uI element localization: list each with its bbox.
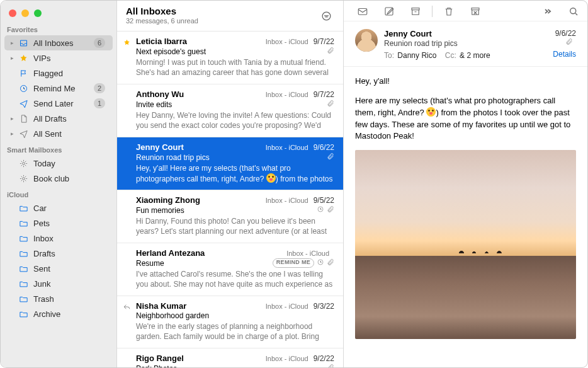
message-paragraph: Hey, y'all! <box>355 76 576 88</box>
more-button[interactable] <box>541 6 553 17</box>
sidebar-item-car[interactable]: ▸Car <box>4 200 113 216</box>
sidebar-item-remind-me[interactable]: ▸Remind Me2 <box>4 81 113 96</box>
archive-button[interactable] <box>409 6 422 17</box>
junk-button[interactable] <box>469 6 482 17</box>
sidebar-item-junk[interactable]: ▸Junk <box>4 276 113 291</box>
doc-icon <box>18 114 29 124</box>
chevron-right-icon: ▸ <box>11 55 17 61</box>
folder-icon <box>18 294 29 304</box>
attachment-icon <box>327 152 334 162</box>
folder-icon <box>18 264 29 273</box>
chevron-right-icon: ▸ <box>11 130 17 137</box>
sidebar-item-all-sent[interactable]: ▸All Sent <box>4 126 113 141</box>
message-source: Inbox - iCloud <box>266 38 308 45</box>
sender-avatar <box>355 29 378 52</box>
minimize-window-button[interactable] <box>21 9 29 17</box>
filter-button[interactable] <box>318 8 334 24</box>
message-list[interactable]: Leticia IbarraInbox - iCloud9/7/22Next e… <box>117 32 343 367</box>
sidebar-item-archive[interactable]: ▸Archive <box>4 306 113 321</box>
attachment-icon <box>327 47 334 56</box>
sidebar-item-label: Trash <box>33 294 105 304</box>
sidebar-item-label: Book club <box>33 174 105 183</box>
compose-button[interactable] <box>383 6 395 17</box>
message-subject: Invite edits <box>136 100 327 109</box>
message-date: 9/2/22 <box>314 354 334 363</box>
message-item[interactable]: Leticia IbarraInbox - iCloud9/7/22Next e… <box>117 32 343 84</box>
attached-photo[interactable] <box>355 150 576 339</box>
reader-header: Jenny Court Reunion road trip pics To: D… <box>344 21 587 67</box>
message-item[interactable]: Anthony WuInbox - iCloud9/7/22Invite edi… <box>117 84 343 137</box>
message-date: 9/5/22 <box>314 196 334 205</box>
envelope-button[interactable] <box>356 6 369 17</box>
message-sender: Rigo Rangel <box>136 354 266 363</box>
delete-button[interactable] <box>443 6 455 17</box>
sidebar-item-book-club[interactable]: ▸Book club <box>4 171 113 186</box>
sidebar-badge: 1 <box>94 98 105 108</box>
message-date: 9/6/22 <box>314 143 334 152</box>
sidebar-item-all-drafts[interactable]: ▸All Drafts <box>4 111 113 126</box>
sidebar-item-label: Pets <box>33 219 105 228</box>
message-item[interactable]: Herland AntezanaInbox - iCloudResumeREMI… <box>117 243 343 296</box>
message-subject: Next episode's guest <box>136 47 327 56</box>
sidebar-item-sent[interactable]: ▸Sent <box>4 261 113 276</box>
message-item[interactable]: Xiaoming ZhongInbox - iCloud9/5/22Fun me… <box>117 190 343 243</box>
message-sender: Anthony Wu <box>136 89 266 99</box>
attachment-icon <box>565 38 573 47</box>
folder-icon <box>18 309 29 319</box>
message-preview: Hi Danny, Found this photo! Can you beli… <box>136 216 334 236</box>
clock-icon <box>18 84 29 93</box>
reader-sender: Jenny Court <box>384 29 553 38</box>
sidebar-item-label: Car <box>33 204 105 213</box>
sidebar-item-trash[interactable]: ▸Trash <box>4 291 113 306</box>
close-window-button[interactable] <box>9 9 16 17</box>
message-preview: Morning! I was put in touch with Tania b… <box>136 57 334 78</box>
remind-me-pill: REMIND ME <box>273 258 314 268</box>
message-item[interactable]: Jenny CourtInbox - iCloud9/6/22Reunion r… <box>117 137 343 190</box>
sidebar-item-today[interactable]: ▸Today <box>4 156 113 171</box>
message-reader: Jenny Court Reunion road trip pics To: D… <box>344 1 587 367</box>
sidebar-item-send-later[interactable]: ▸Send Later1 <box>4 96 113 111</box>
mailbox-title: All Inboxes <box>126 6 318 16</box>
sidebar-item-flagged[interactable]: ▸Flagged <box>4 66 113 81</box>
message-source: Inbox - iCloud <box>266 144 308 151</box>
window-controls <box>1 1 116 21</box>
search-button[interactable] <box>567 6 580 17</box>
sidebar-item-vips[interactable]: ▸VIPs <box>4 50 113 66</box>
sidebar-item-label: All Inboxes <box>33 38 94 48</box>
attachment-icon <box>327 364 334 367</box>
sidebar-item-label: Today <box>33 159 105 168</box>
star-icon <box>18 54 29 63</box>
message-preview: Hey Danny, We're loving the invite! A fe… <box>136 110 334 130</box>
message-item[interactable]: Rigo RangelInbox - iCloud9/2/22Park Phot… <box>117 348 343 367</box>
sidebar: Favorites▸All Inboxes6▸VIPs▸Flagged▸Remi… <box>1 1 117 367</box>
sidebar-item-all-inboxes[interactable]: ▸All Inboxes6 <box>4 35 113 50</box>
sidebar-item-label: Inbox <box>33 234 105 243</box>
sidebar-item-pets[interactable]: ▸Pets <box>4 216 113 231</box>
attachment-icon <box>327 205 334 215</box>
message-subject: Neighborhood garden <box>136 311 334 320</box>
message-preview: I've attached Carol's resume. She's the … <box>136 269 334 289</box>
message-item[interactable]: Nisha KumarInbox - iCloud9/3/22Neighborh… <box>117 296 343 348</box>
tray-icon <box>18 38 29 48</box>
flag-icon <box>18 69 29 78</box>
message-paragraph: Here are my selects (that's what pro pho… <box>355 95 576 142</box>
reader-recipients: To: Danny Rico Cc: & 2 more <box>384 51 553 60</box>
sidebar-item-label: Drafts <box>33 249 105 258</box>
sidebar-item-label: All Sent <box>33 129 105 139</box>
chevron-right-icon: ▸ <box>11 40 17 46</box>
folder-icon <box>18 204 29 213</box>
sidebar-item-inbox[interactable]: ▸Inbox <box>4 231 113 246</box>
sidebar-item-label: Junk <box>33 279 105 289</box>
message-preview: We're in the early stages of planning a … <box>136 321 334 342</box>
emoji-tongue-icon <box>426 107 436 117</box>
message-sender: Nisha Kumar <box>136 301 266 311</box>
sidebar-item-label: Flagged <box>33 69 105 78</box>
gear-icon <box>18 159 29 168</box>
details-link[interactable]: Details <box>553 50 576 59</box>
folder-icon <box>18 234 29 243</box>
reader-body[interactable]: Hey, y'all! Here are my selects (that's … <box>344 67 587 367</box>
message-subject: Park Photos <box>136 364 327 368</box>
zoom-window-button[interactable] <box>34 9 42 17</box>
folder-icon <box>18 279 29 289</box>
sidebar-item-drafts[interactable]: ▸Drafts <box>4 246 113 261</box>
